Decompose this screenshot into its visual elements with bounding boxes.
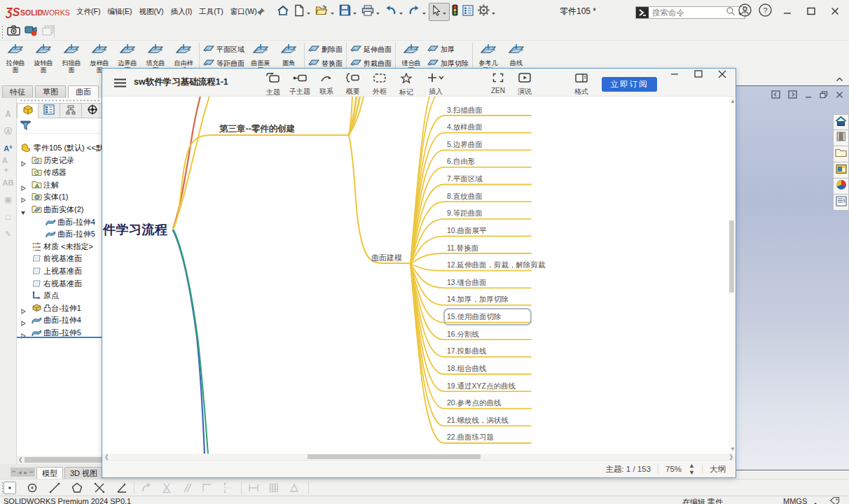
expand-arrow-icon[interactable] (20, 329, 26, 335)
ribbon-button-p3-0[interactable]: 延伸曲面 (350, 43, 392, 55)
scroll-down-icon[interactable]: ▼ (730, 446, 736, 452)
tab-scroll-icon[interactable]: ⏮ (12, 470, 15, 475)
expand-arrow-icon[interactable] (20, 316, 26, 322)
units-caret-icon[interactable] (813, 498, 818, 504)
taskpane-palette-tab[interactable] (833, 162, 849, 178)
help-button[interactable]: ? (759, 4, 772, 20)
panel-drag-dots[interactable] (20, 99, 101, 102)
mindmap-child-topic[interactable]: 12.延伸曲面，剪裁，解除剪裁 (447, 260, 546, 269)
subscribe-button[interactable]: 立即订阅 (602, 77, 657, 92)
ribbon-button-p2-0[interactable]: 删除面 (308, 43, 343, 55)
dropdown-caret-icon[interactable] (330, 6, 335, 18)
expand-arrow-icon[interactable] (20, 304, 26, 310)
options-list-button[interactable] (460, 3, 476, 21)
canvas-hscroll-thumb[interactable] (308, 454, 481, 459)
open-button[interactable] (313, 3, 337, 21)
new-button[interactable] (291, 3, 313, 21)
xmind-tool-insert[interactable]: 插入 (420, 71, 452, 96)
command-tab-0[interactable]: 特征 (2, 85, 33, 98)
dropdown-caret-icon[interactable] (375, 6, 380, 18)
mindmap-child-topic[interactable]: 21.螺纹线，涡状线 (447, 416, 509, 424)
panel-hscroll-thumb[interactable] (25, 457, 103, 463)
search-input[interactable]: 搜索命令 (649, 8, 726, 18)
fm-tab-2[interactable] (60, 103, 82, 118)
sketch-vertical-dim-button[interactable] (221, 482, 234, 494)
save-button[interactable] (337, 3, 359, 21)
sketch-linear-pattern-button[interactable] (268, 482, 280, 494)
scroll-up-icon[interactable]: ▲ (730, 98, 736, 104)
mindmap-child-topic[interactable]: 18.组合曲线 (447, 364, 487, 372)
dropdown-caret-icon[interactable] (399, 6, 403, 18)
ribbon-button-b1-2[interactable]: 扫描曲面 (57, 41, 85, 85)
ribbon-button-p1-0[interactable]: 平面区域 (203, 43, 244, 55)
mindmap-child-topic[interactable]: 14.加厚，加厚切除 (447, 295, 509, 303)
dropdown-caret-icon[interactable] (442, 6, 447, 18)
mindmap-child-topic[interactable]: 13.缝合曲面 (447, 278, 487, 286)
expand-arrow-icon[interactable] (20, 157, 26, 162)
scroll-right-icon[interactable]: ❯ (729, 454, 733, 460)
account-button[interactable] (738, 4, 752, 20)
mindmap-child-topic[interactable]: 3.扫描曲面 (447, 106, 483, 114)
pin-icon[interactable] (256, 6, 265, 19)
close-button[interactable] (827, 6, 843, 18)
mindmap-child-topic[interactable]: 4.放样曲面 (447, 122, 483, 131)
canvas-vscrollbar[interactable]: ▲ ▼ (729, 97, 735, 454)
rebuild-button[interactable] (450, 3, 460, 21)
menu-1[interactable]: 编辑(E) (104, 0, 135, 23)
sketch-trim-button[interactable] (93, 482, 106, 494)
taskpane-appearances-tab[interactable] (833, 178, 849, 195)
mindmap-child-topic[interactable]: 16.分割线 (447, 330, 480, 338)
sketch-point-button[interactable] (4, 482, 16, 494)
dropdown-caret-icon[interactable] (422, 6, 427, 18)
dropdown-caret-icon[interactable] (491, 6, 496, 18)
previous-window-button[interactable] (771, 89, 780, 102)
menu-3[interactable]: 插入(I) (167, 0, 195, 23)
screenshot-button[interactable] (7, 25, 20, 38)
minimize-button[interactable] (779, 6, 796, 18)
annotation-tool-2[interactable]: A° (2, 142, 14, 154)
mindmap-root-topic[interactable]: 件学习流程 (102, 223, 168, 237)
expand-arrow-icon[interactable] (20, 181, 26, 187)
fm-tab-1[interactable] (39, 103, 60, 118)
tab-scroll-icon[interactable]: ▶ (24, 470, 27, 475)
doc-close-button[interactable] (836, 89, 843, 102)
menu-4[interactable]: 工具(T) (195, 0, 226, 23)
toolbar-grip[interactable] (1, 25, 4, 38)
mindmap-child-topic[interactable]: 11.替换面 (447, 244, 478, 252)
undo-button[interactable] (382, 3, 406, 21)
xmind-close-button[interactable] (718, 69, 726, 82)
menu-5[interactable]: 窗口(W) (227, 0, 261, 23)
next-window-button[interactable] (788, 89, 797, 102)
doc-tab-1[interactable]: 3D 视图 (64, 467, 103, 479)
taskpane-library-tab[interactable] (833, 130, 849, 146)
taskpane-explorer-tab[interactable] (833, 146, 849, 162)
sketch-parallel-button[interactable] (181, 482, 193, 494)
scroll-left-icon[interactable]: ❮ (18, 456, 23, 463)
mindmap-canvas[interactable]: 件学习流程第三章--零件的创建曲面建模3.扫描曲面4.放样曲面5.边界曲面6.自… (102, 97, 736, 454)
mindmap-child-topic[interactable]: 20.参考点的曲线 (447, 398, 502, 407)
zoom-level[interactable]: 75% (665, 465, 682, 473)
command-tab-1[interactable]: 草图 (35, 85, 66, 98)
tree-filter-row[interactable] (17, 118, 104, 134)
xmind-maximize-button[interactable] (694, 69, 703, 82)
tab-scroll-icon[interactable]: ⏭ (30, 470, 34, 475)
mindmap-child-topic[interactable]: 8.直纹曲面 (447, 192, 483, 200)
panel-hscrollbar[interactable]: ❮ (17, 456, 104, 464)
mindmap-chapter-topic[interactable]: 第三章--零件的创建 (219, 124, 295, 134)
xmind-tool-subtopic[interactable]: 子主题 (287, 71, 313, 96)
zoom-stepper-icon[interactable]: ▲▼ (689, 462, 695, 476)
tab-scroll-icon[interactable]: ◀ (18, 470, 22, 475)
doc-minimize-button[interactable] (805, 89, 812, 102)
xmind-tool-summary[interactable]: 概要 (340, 71, 366, 96)
xmind-tool-boundary[interactable]: 外框 (366, 71, 393, 96)
xmind-tool-marker[interactable]: 标记 (393, 71, 420, 96)
panel-splitter[interactable] (17, 337, 104, 338)
canvas-hscrollbar[interactable]: ❮ ❯ (102, 454, 736, 460)
xmind-tool-relation[interactable]: 联系 (313, 71, 340, 96)
outline-button[interactable]: 大纲 (710, 464, 726, 475)
sketch-angle-dim-button[interactable] (288, 482, 301, 494)
print-button[interactable] (359, 3, 382, 21)
search-icon[interactable] (726, 6, 736, 19)
sketch-line-button[interactable] (48, 482, 61, 494)
sketch-chamfer-button[interactable] (160, 482, 173, 494)
